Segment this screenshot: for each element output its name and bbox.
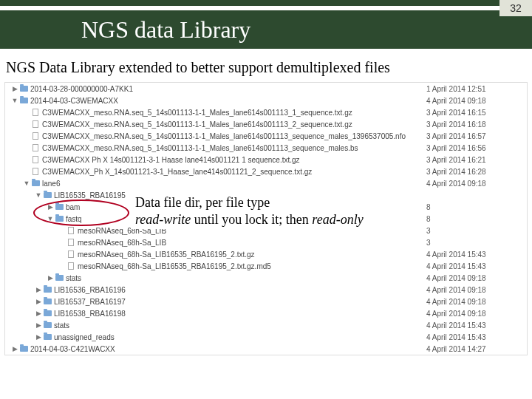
file-browser: ▶2014-03-28-000000000-A7KK11 April 2014 … xyxy=(4,82,528,355)
slide-title: NGS data Library xyxy=(81,16,250,44)
tree-file-row[interactable]: mesoRNAseq_68h-Sa_LIB16535_RBA16195_2.tx… xyxy=(5,248,527,260)
folder-icon xyxy=(54,275,64,281)
file-icon xyxy=(66,227,76,234)
item-name: LIB16538_RBA16198 xyxy=(54,310,426,318)
tree-file-row[interactable]: C3WEMACXX Ph X 14s001121-3-1 Haase lane4… xyxy=(5,154,527,166)
file-icon xyxy=(30,144,41,151)
title-band: NGS data Library xyxy=(0,10,532,49)
item-date: 3 April 2014 16:18 xyxy=(426,120,522,129)
file-icon xyxy=(66,262,76,270)
tree-folder-row[interactable]: ▶2014-03-28-000000000-A7KK11 April 2014 … xyxy=(5,83,527,95)
item-date: 3 April 2014 16:28 xyxy=(426,168,522,176)
file-icon xyxy=(30,132,41,140)
item-name: C3WEMACXX Ph X 14s001121-3-1 Haase lane4… xyxy=(42,156,426,164)
tree-folder-row[interactable]: ▶2014-04-03-C421WACXX4 April 2014 14:27 xyxy=(5,343,527,355)
item-name: mesoRNAseq_68h-Sa_LIB xyxy=(78,239,426,247)
item-name: 2014-04-03-C3WEMACXX xyxy=(30,97,426,105)
disclosure-arrow-icon[interactable]: ▼ xyxy=(23,180,30,187)
item-date: 4 April 2014 14:27 xyxy=(426,345,522,353)
file-icon xyxy=(30,156,41,163)
file-icon xyxy=(30,109,41,116)
tree-folder-row[interactable]: ▶LIB16537_RBA161974 April 2014 09:18 xyxy=(5,296,527,307)
item-name: C3WEMACXX_meso.RNA.seq_5_14s001113-1-1_M… xyxy=(42,144,426,152)
item-date: 1 April 2014 12:51 xyxy=(426,85,522,93)
disclosure-arrow-icon[interactable]: ▼ xyxy=(35,191,42,199)
tree-folder-row[interactable]: ▼2014-04-03-C3WEMACXX4 April 2014 09:18 xyxy=(5,95,527,106)
item-date: 4 April 2014 09:18 xyxy=(426,180,522,188)
file-icon xyxy=(30,168,41,175)
item-date: 4 April 2014 09:18 xyxy=(426,298,522,306)
disclosure-arrow-icon[interactable]: ▶ xyxy=(11,85,18,92)
top-accent-bar xyxy=(0,0,532,6)
item-date: 4 April 2014 09:18 xyxy=(426,310,522,318)
item-name: C3WEMACXX_meso.RNA.seq_5_14s001113-1-1_M… xyxy=(42,132,426,140)
tree-folder-row[interactable]: ▶LIB16538_RBA161984 April 2014 09:18 xyxy=(5,307,527,319)
item-date: 3 xyxy=(426,227,522,235)
item-name: C3WEMACXX_Ph X_14s001121-3-1_Haase_lane4… xyxy=(42,168,426,176)
item-date: 4 April 2014 09:18 xyxy=(426,286,522,294)
tree-file-row[interactable]: mesoRNAseq_68h-Sa_LIB16535_RBA16195_2.tx… xyxy=(5,260,527,272)
file-icon xyxy=(66,250,76,258)
tree-folder-row[interactable]: ▶stats4 April 2014 09:18 xyxy=(5,272,527,284)
annotation-line1: Data file dir, per file type xyxy=(135,194,392,211)
disclosure-arrow-icon[interactable]: ▶ xyxy=(47,274,54,282)
item-name: 2014-04-03-C421WACXX xyxy=(30,345,426,353)
item-date: 3 April 2014 16:57 xyxy=(426,132,522,140)
tree-file-row[interactable]: C3WEMACXX_meso.RNA.seq_5_14s001113-1-1_M… xyxy=(5,130,527,142)
tree-file-row[interactable]: mesoRNAseq_68h-Sa_LIB3 xyxy=(5,236,527,248)
item-name: mesoRNAseq_68h-Sa_LIB16535_RBA16195_2.tx… xyxy=(78,250,426,259)
item-name: stats xyxy=(66,274,426,282)
folder-icon xyxy=(18,346,29,352)
item-date: 4 April 2014 09:18 xyxy=(426,97,522,105)
item-name: LIB16536_RBA16196 xyxy=(54,286,426,294)
slide-subtitle: NGS Data Library extended to better supp… xyxy=(6,59,532,76)
tree-folder-row[interactable]: ▶stats4 April 2014 15:43 xyxy=(5,319,527,331)
folder-icon xyxy=(42,334,52,340)
item-date: 3 April 2014 16:21 xyxy=(426,156,522,164)
item-date: 4 April 2014 15:43 xyxy=(426,333,522,341)
item-date: 4 April 2014 15:43 xyxy=(426,262,522,270)
item-date: 4 April 2014 15:43 xyxy=(426,321,522,330)
file-icon xyxy=(66,239,76,246)
tree-file-row[interactable]: C3WEMACXX_meso.RNA.seq_5_14s001113-1-1_M… xyxy=(5,142,527,154)
folder-icon xyxy=(42,299,52,304)
item-name: C3WEMACXX_meso.RNA.seq_5_14s001113-1-1_M… xyxy=(42,109,426,117)
tree-folder-row[interactable]: ▼lane64 April 2014 09:18 xyxy=(5,177,527,189)
item-date: 4 April 2014 09:18 xyxy=(426,274,522,282)
item-date: 3 April 2014 16:56 xyxy=(426,144,522,152)
item-name: LIB16537_RBA16197 xyxy=(54,298,426,306)
folder-icon xyxy=(42,322,52,328)
item-date: 3 xyxy=(426,239,522,247)
item-name: unassigned_reads xyxy=(54,333,426,341)
folder-icon xyxy=(18,86,29,92)
item-date: 8 xyxy=(426,215,522,223)
disclosure-arrow-icon[interactable]: ▶ xyxy=(11,345,18,352)
item-date: 3 April 2014 16:15 xyxy=(426,109,522,117)
tree-folder-row[interactable]: ▶LIB16536_RBA161964 April 2014 09:18 xyxy=(5,284,527,296)
tree-folder-row[interactable]: ▶unassigned_reads4 April 2014 15:43 xyxy=(5,331,527,343)
red-circle-highlight xyxy=(33,200,129,226)
folder-icon xyxy=(18,98,29,103)
disclosure-arrow-icon[interactable]: ▶ xyxy=(35,298,42,305)
item-date: 4 April 2014 15:43 xyxy=(426,250,522,259)
disclosure-arrow-icon[interactable]: ▶ xyxy=(35,310,42,317)
disclosure-arrow-icon[interactable]: ▶ xyxy=(35,333,42,341)
tree-file-row[interactable]: C3WEMACXX_Ph X_14s001121-3-1_Haase_lane4… xyxy=(5,166,527,177)
item-name: lane6 xyxy=(42,180,426,188)
item-name: 2014-03-28-000000000-A7KK1 xyxy=(30,85,426,93)
item-date: 8 xyxy=(426,203,522,211)
disclosure-arrow-icon[interactable]: ▼ xyxy=(11,97,18,104)
page-number: 32 xyxy=(499,0,532,16)
tree-file-row[interactable]: C3WEMACXX_meso.RNA.seq_5_14s001113-1-1_M… xyxy=(5,106,527,118)
annotation-line2: read-write until you lock it; then read-… xyxy=(135,211,392,228)
folder-icon xyxy=(42,310,52,316)
file-icon xyxy=(30,120,41,128)
item-name: C3WEMACXX_meso.RNA.seq_5_14s001113-1-1_M… xyxy=(42,120,426,129)
disclosure-arrow-icon[interactable]: ▶ xyxy=(35,321,42,329)
folder-icon xyxy=(42,287,52,293)
disclosure-arrow-icon[interactable]: ▶ xyxy=(35,286,42,293)
folder-icon xyxy=(42,192,52,198)
folder-icon xyxy=(30,180,41,186)
annotation-box: Data file dir, per file type read-write … xyxy=(131,193,397,229)
tree-file-row[interactable]: C3WEMACXX_meso.RNA.seq_5_14s001113-1-1_M… xyxy=(5,118,527,130)
